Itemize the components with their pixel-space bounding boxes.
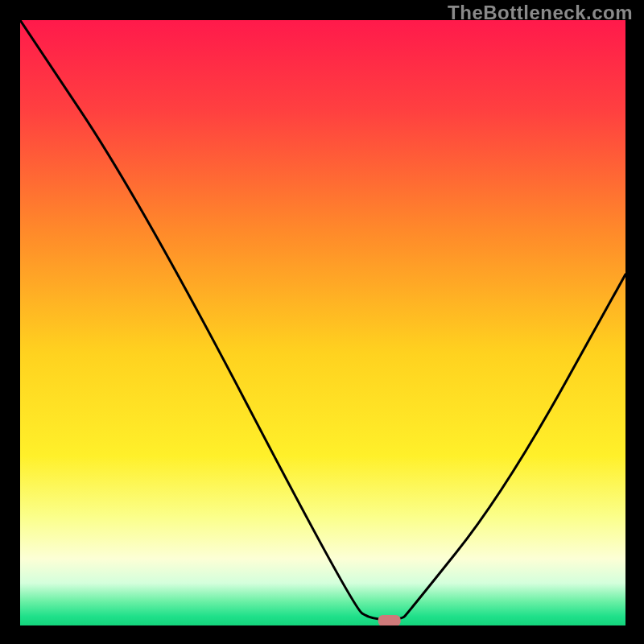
watermark-text: TheBottleneck.com (448, 2, 633, 24)
optimal-marker (378, 615, 401, 625)
chart-svg (20, 20, 625, 625)
chart-container: TheBottleneck.com (0, 0, 644, 644)
plot-area (20, 20, 625, 625)
gradient-background (20, 20, 625, 625)
